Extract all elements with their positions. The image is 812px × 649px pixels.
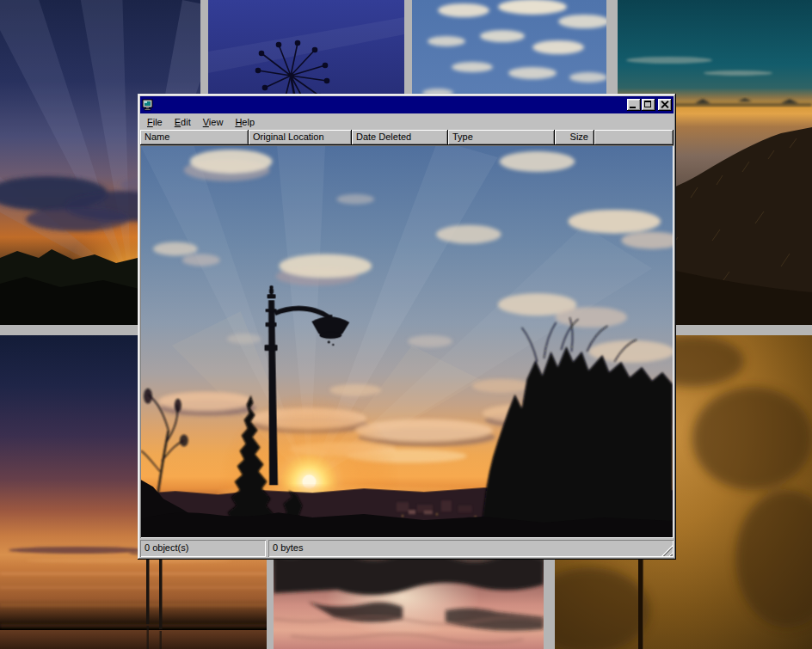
computer-icon[interactable] bbox=[142, 99, 154, 111]
close-icon bbox=[660, 100, 669, 109]
menu-bar: File Edit View Help bbox=[140, 113, 674, 130]
maximize-button[interactable] bbox=[642, 99, 655, 111]
column-header-original-location[interactable]: Original Location bbox=[249, 130, 352, 145]
status-total-size: 0 bytes bbox=[268, 540, 674, 557]
titlebar[interactable] bbox=[140, 96, 674, 113]
column-header-size[interactable]: Size bbox=[555, 130, 594, 145]
menu-view[interactable]: View bbox=[197, 115, 230, 129]
column-header-blank[interactable] bbox=[594, 130, 674, 145]
menu-edit[interactable]: Edit bbox=[169, 115, 197, 129]
menu-help[interactable]: Help bbox=[229, 115, 261, 129]
column-header-row: Name Original Location Date Deleted Type… bbox=[140, 130, 674, 145]
list-view-sunset-photo bbox=[140, 145, 674, 538]
menu-file[interactable]: File bbox=[141, 115, 169, 129]
column-header-name[interactable]: Name bbox=[140, 130, 249, 145]
resize-grip[interactable] bbox=[661, 545, 673, 556]
recycle-bin-window: File Edit View Help Name Original Locati… bbox=[138, 94, 676, 560]
status-bar: 0 object(s) 0 bytes bbox=[140, 540, 674, 557]
desktop: File Edit View Help Name Original Locati… bbox=[0, 0, 812, 649]
close-button[interactable] bbox=[658, 99, 672, 111]
status-object-count: 0 object(s) bbox=[140, 540, 266, 557]
maximize-icon bbox=[644, 101, 651, 107]
minimize-button[interactable] bbox=[627, 99, 641, 111]
status-total-size-text: 0 bytes bbox=[273, 542, 303, 553]
column-header-type[interactable]: Type bbox=[448, 130, 555, 145]
column-header-date-deleted[interactable]: Date Deleted bbox=[352, 130, 448, 145]
minimize-icon bbox=[630, 107, 636, 108]
